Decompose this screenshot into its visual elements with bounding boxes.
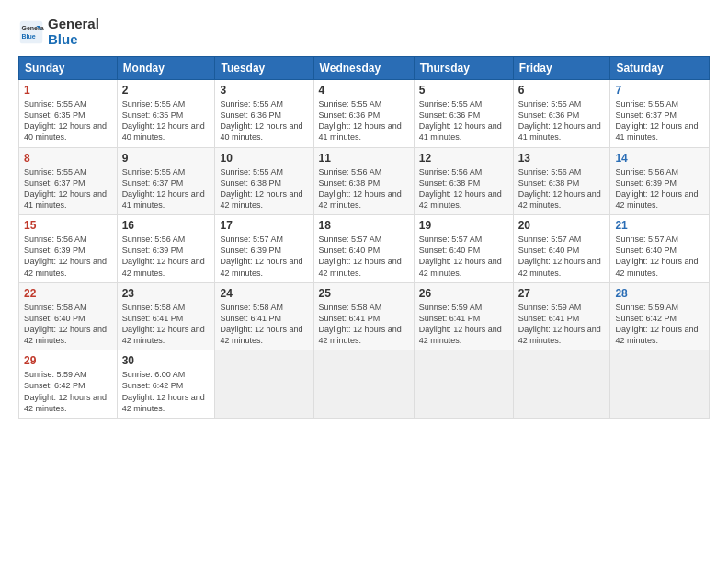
day-info: Sunrise: 5:55 AMSunset: 6:35 PMDaylight:… — [24, 98, 112, 144]
day-info: Sunrise: 5:56 AMSunset: 6:39 PMDaylight:… — [24, 234, 112, 279]
day-number: 1 — [24, 84, 112, 97]
header: General Blue General Blue — [18, 17, 710, 47]
col-header-monday: Monday — [117, 57, 215, 80]
table-row: 29Sunrise: 5:59 AMSunset: 6:42 PMDayligh… — [19, 350, 118, 419]
table-row: 26Sunrise: 5:59 AMSunset: 6:41 PMDayligh… — [414, 282, 513, 350]
day-info: Sunrise: 6:00 AMSunset: 6:42 PMDaylight:… — [122, 369, 210, 414]
day-info: Sunrise: 5:57 AMSunset: 6:40 PMDaylight:… — [518, 234, 606, 279]
table-row — [215, 350, 313, 419]
table-row: 14Sunrise: 5:56 AMSunset: 6:39 PMDayligh… — [610, 147, 710, 215]
table-row: 23Sunrise: 5:58 AMSunset: 6:41 PMDayligh… — [117, 282, 215, 350]
day-info: Sunrise: 5:55 AMSunset: 6:36 PMDaylight:… — [319, 98, 409, 144]
day-info: Sunrise: 5:59 AMSunset: 6:42 PMDaylight:… — [24, 369, 112, 414]
table-row: 30Sunrise: 6:00 AMSunset: 6:42 PMDayligh… — [117, 350, 215, 419]
day-number: 22 — [24, 287, 112, 300]
day-number: 9 — [122, 152, 210, 165]
day-info: Sunrise: 5:55 AMSunset: 6:37 PMDaylight:… — [122, 167, 210, 212]
table-row: 10Sunrise: 5:55 AMSunset: 6:38 PMDayligh… — [215, 147, 313, 215]
day-info: Sunrise: 5:57 AMSunset: 6:39 PMDaylight:… — [220, 234, 308, 279]
col-header-saturday: Saturday — [610, 57, 710, 80]
day-info: Sunrise: 5:59 AMSunset: 6:41 PMDaylight:… — [518, 302, 606, 347]
day-number: 7 — [615, 84, 704, 97]
logo-text: General Blue — [48, 17, 99, 47]
day-number: 16 — [122, 219, 210, 232]
day-number: 26 — [419, 287, 508, 300]
logo: General Blue General Blue — [18, 17, 99, 47]
day-number: 29 — [24, 354, 112, 367]
table-row — [513, 350, 610, 419]
day-number: 5 — [419, 84, 508, 97]
table-row: 27Sunrise: 5:59 AMSunset: 6:41 PMDayligh… — [513, 282, 610, 350]
day-info: Sunrise: 5:58 AMSunset: 6:41 PMDaylight:… — [122, 302, 210, 347]
day-info: Sunrise: 5:56 AMSunset: 6:39 PMDaylight:… — [122, 234, 210, 279]
day-number: 12 — [419, 152, 508, 165]
calendar-table: SundayMondayTuesdayWednesdayThursdayFrid… — [18, 56, 710, 419]
col-header-friday: Friday — [513, 57, 610, 80]
day-info: Sunrise: 5:59 AMSunset: 6:42 PMDaylight:… — [615, 302, 704, 347]
day-number: 24 — [220, 287, 308, 300]
table-row: 20Sunrise: 5:57 AMSunset: 6:40 PMDayligh… — [513, 215, 610, 283]
table-row: 12Sunrise: 5:56 AMSunset: 6:38 PMDayligh… — [414, 147, 513, 215]
day-info: Sunrise: 5:55 AMSunset: 6:37 PMDaylight:… — [24, 167, 112, 212]
table-row: 8Sunrise: 5:55 AMSunset: 6:37 PMDaylight… — [19, 147, 118, 215]
table-row: 15Sunrise: 5:56 AMSunset: 6:39 PMDayligh… — [19, 215, 118, 283]
day-number: 17 — [220, 219, 308, 232]
day-number: 8 — [24, 152, 112, 165]
table-row: 17Sunrise: 5:57 AMSunset: 6:39 PMDayligh… — [215, 215, 313, 283]
table-row: 2Sunrise: 5:55 AMSunset: 6:35 PMDaylight… — [117, 80, 215, 148]
table-row — [610, 350, 710, 419]
day-info: Sunrise: 5:57 AMSunset: 6:40 PMDaylight:… — [615, 234, 704, 279]
day-number: 15 — [24, 219, 112, 232]
svg-text:Blue: Blue — [22, 33, 36, 40]
table-row: 13Sunrise: 5:56 AMSunset: 6:38 PMDayligh… — [513, 147, 610, 215]
table-row: 19Sunrise: 5:57 AMSunset: 6:40 PMDayligh… — [414, 215, 513, 283]
table-row: 7Sunrise: 5:55 AMSunset: 6:37 PMDaylight… — [610, 80, 710, 148]
table-row: 18Sunrise: 5:57 AMSunset: 6:40 PMDayligh… — [313, 215, 414, 283]
col-header-sunday: Sunday — [19, 57, 118, 80]
day-number: 13 — [518, 152, 606, 165]
day-info: Sunrise: 5:58 AMSunset: 6:41 PMDaylight:… — [220, 302, 308, 347]
day-number: 14 — [615, 152, 704, 165]
table-row: 25Sunrise: 5:58 AMSunset: 6:41 PMDayligh… — [313, 282, 414, 350]
table-row: 3Sunrise: 5:55 AMSunset: 6:36 PMDaylight… — [215, 80, 313, 148]
day-info: Sunrise: 5:56 AMSunset: 6:39 PMDaylight:… — [615, 167, 704, 212]
table-row — [313, 350, 414, 419]
day-number: 10 — [220, 152, 308, 165]
day-number: 27 — [518, 287, 606, 300]
day-info: Sunrise: 5:55 AMSunset: 6:36 PMDaylight:… — [220, 98, 308, 144]
table-row: 1Sunrise: 5:55 AMSunset: 6:35 PMDaylight… — [19, 80, 118, 148]
day-number: 20 — [518, 219, 606, 232]
day-number: 23 — [122, 287, 210, 300]
table-row: 16Sunrise: 5:56 AMSunset: 6:39 PMDayligh… — [117, 215, 215, 283]
day-info: Sunrise: 5:56 AMSunset: 6:38 PMDaylight:… — [518, 167, 606, 212]
page: General Blue General Blue SundayMondayTu… — [0, 0, 728, 563]
col-header-tuesday: Tuesday — [215, 57, 313, 80]
day-info: Sunrise: 5:57 AMSunset: 6:40 PMDaylight:… — [419, 234, 508, 279]
day-number: 28 — [615, 287, 704, 300]
day-info: Sunrise: 5:55 AMSunset: 6:37 PMDaylight:… — [615, 98, 704, 144]
day-info: Sunrise: 5:56 AMSunset: 6:38 PMDaylight:… — [319, 167, 409, 212]
table-row: 5Sunrise: 5:55 AMSunset: 6:36 PMDaylight… — [414, 80, 513, 148]
logo-icon: General Blue — [18, 19, 44, 45]
table-row: 22Sunrise: 5:58 AMSunset: 6:40 PMDayligh… — [19, 282, 118, 350]
table-row: 6Sunrise: 5:55 AMSunset: 6:36 PMDaylight… — [513, 80, 610, 148]
day-info: Sunrise: 5:57 AMSunset: 6:40 PMDaylight:… — [319, 234, 409, 279]
day-number: 25 — [319, 287, 409, 300]
day-info: Sunrise: 5:55 AMSunset: 6:36 PMDaylight:… — [518, 98, 606, 144]
day-info: Sunrise: 5:58 AMSunset: 6:40 PMDaylight:… — [24, 302, 112, 347]
day-number: 4 — [319, 84, 409, 97]
col-header-wednesday: Wednesday — [313, 57, 414, 80]
table-row: 9Sunrise: 5:55 AMSunset: 6:37 PMDaylight… — [117, 147, 215, 215]
day-info: Sunrise: 5:55 AMSunset: 6:35 PMDaylight:… — [122, 98, 210, 144]
table-row — [414, 350, 513, 419]
table-row: 11Sunrise: 5:56 AMSunset: 6:38 PMDayligh… — [313, 147, 414, 215]
day-number: 19 — [419, 219, 508, 232]
day-number: 30 — [122, 354, 210, 367]
day-info: Sunrise: 5:55 AMSunset: 6:38 PMDaylight:… — [220, 167, 308, 212]
day-number: 21 — [615, 219, 704, 232]
col-header-thursday: Thursday — [414, 57, 513, 80]
day-number: 11 — [319, 152, 409, 165]
day-info: Sunrise: 5:55 AMSunset: 6:36 PMDaylight:… — [419, 98, 508, 144]
table-row: 24Sunrise: 5:58 AMSunset: 6:41 PMDayligh… — [215, 282, 313, 350]
table-row: 21Sunrise: 5:57 AMSunset: 6:40 PMDayligh… — [610, 215, 710, 283]
